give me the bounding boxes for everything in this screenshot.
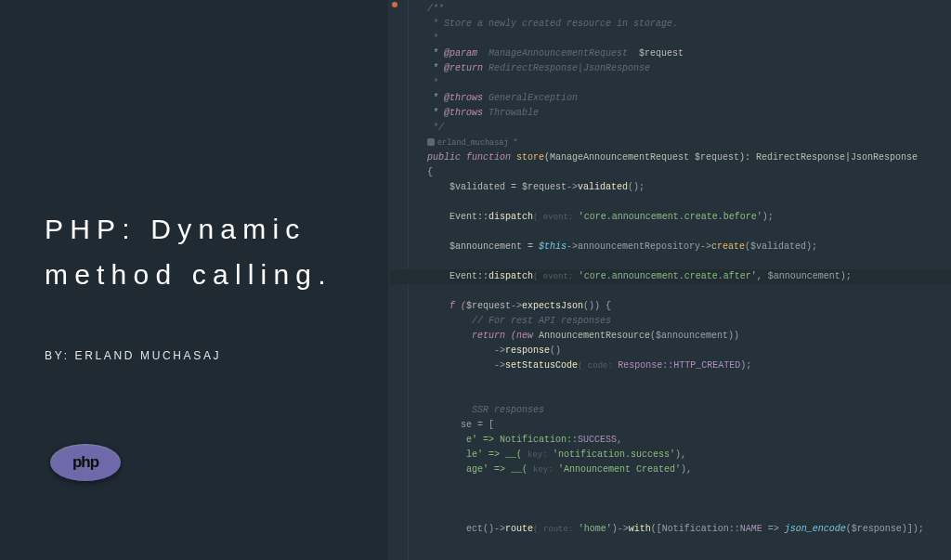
- code-line: [427, 373, 945, 388]
- code-line: SSR responses: [427, 403, 945, 418]
- code-line: return (new AnnouncementResource($announ…: [427, 329, 945, 344]
- breakpoint-icon: [392, 2, 397, 7]
- code-line: ->response(): [427, 344, 945, 358]
- code-line: [427, 388, 945, 403]
- code-line: e' => Notification::SUCCESS,: [427, 433, 945, 448]
- code-line: Event::dispatch( event: 'core.announceme…: [427, 269, 945, 284]
- code-line: ect()->route( route: 'home')->with([Noti…: [427, 522, 945, 537]
- code-line: [427, 507, 945, 522]
- code-line: /**: [427, 2, 945, 17]
- code-line: * @throws GeneralException: [427, 91, 945, 106]
- php-logo-text: php: [72, 453, 98, 472]
- code-line: le' => __( key: 'notification.success'),: [427, 448, 945, 462]
- code-line: */: [427, 121, 945, 136]
- code-editor: /** * Store a newly created resource in …: [388, 0, 951, 560]
- code-line: $announcement = $this->announcementRepos…: [427, 240, 945, 254]
- code-line: * Store a newly created resource in stor…: [427, 17, 945, 32]
- code-line: f ($request->expectsJson()) {: [427, 299, 945, 314]
- code-line: * @return RedirectResponse|JsonResponse: [427, 61, 945, 76]
- code-line: [427, 254, 945, 269]
- code-line: [427, 477, 945, 492]
- code-line: * @throws Throwable: [427, 106, 945, 121]
- code-line: se = [: [427, 418, 945, 433]
- code-line: [427, 225, 945, 240]
- article-title: PHP: Dynamic method calling.: [45, 206, 379, 297]
- code-line: Event::dispatch( event: 'core.announceme…: [427, 210, 945, 225]
- code-line: // For rest API responses: [427, 314, 945, 329]
- code-line: * @param ManageAnnouncementRequest $requ…: [427, 46, 945, 61]
- code-line: [427, 492, 945, 507]
- user-icon: [427, 138, 435, 146]
- code-line: {: [427, 165, 945, 180]
- code-line: [427, 284, 945, 299]
- code-line: $validated = $request->validated();: [427, 180, 945, 195]
- byline: BY: ERLAND MUCHASAJ: [45, 349, 221, 362]
- code-line: public function store(ManageAnnouncement…: [427, 150, 945, 165]
- code-line: age' => __( key: 'Announcement Created')…: [427, 462, 945, 477]
- code-line: *: [427, 76, 945, 91]
- code-line: *: [427, 32, 945, 46]
- code-line: [427, 195, 945, 210]
- author-annotation: erland_muchasaj *: [427, 136, 945, 150]
- php-logo: php: [50, 444, 121, 481]
- code-line: ->setStatusCode( code: Response::HTTP_CR…: [427, 358, 945, 373]
